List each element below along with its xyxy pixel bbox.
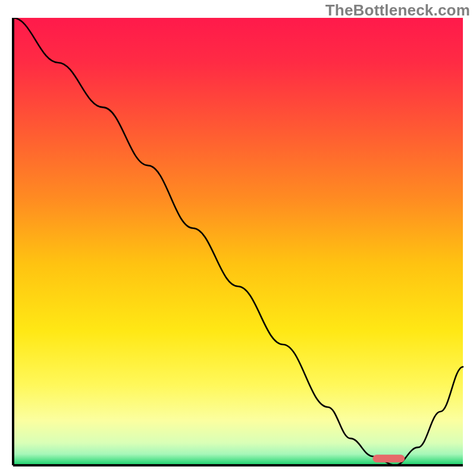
optimum-marker: [373, 455, 405, 462]
chart-container: TheBottleneck.com: [0, 0, 476, 476]
chart-svg: [11, 18, 465, 470]
plot-area: [11, 18, 465, 470]
watermark-text: TheBottleneck.com: [325, 1, 470, 20]
